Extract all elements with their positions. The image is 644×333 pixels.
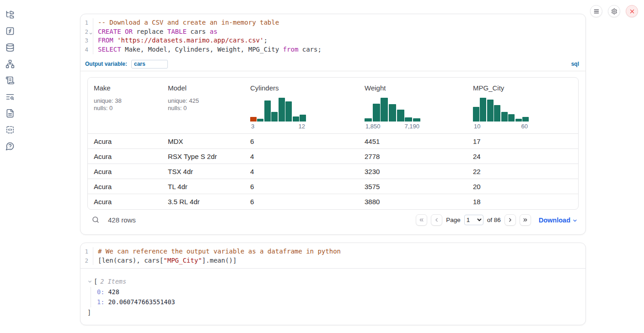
tree-item-value: 428	[104, 288, 119, 296]
column-title: Cylinders	[250, 84, 359, 92]
sidebar	[0, 0, 20, 333]
histogram-bar	[494, 105, 500, 122]
python-cell: 1# We can reference the output variable …	[80, 243, 586, 325]
table-cell: Acura	[88, 149, 162, 164]
histogram-bar	[413, 118, 420, 122]
dependency-graph-icon[interactable]	[5, 59, 15, 69]
code-token: [len(cars), cars[	[98, 257, 163, 264]
documentation-file-icon[interactable]	[5, 108, 15, 118]
notebook: 1-- Download a CSV and create an in-memo…	[80, 0, 586, 325]
shutdown-x-icon[interactable]	[626, 5, 638, 17]
code-token: CREATE OR	[98, 28, 133, 35]
code-text: CREATE OR replace TABLE cars as	[93, 27, 217, 37]
first-page-button[interactable]	[416, 214, 427, 226]
page-select[interactable]: 1	[464, 215, 483, 225]
download-button[interactable]: Download	[539, 217, 578, 224]
code-token: ].mean()]	[202, 257, 237, 264]
code-token: -- Download a CSV and create an in-memor…	[98, 19, 279, 26]
variables-function-icon[interactable]	[5, 26, 15, 36]
histogram-bar	[257, 119, 263, 122]
table-cell: Acura	[88, 134, 162, 149]
python-code-editor[interactable]: 1# We can reference the output variable …	[80, 243, 585, 269]
tree-collapse-chevron-icon[interactable]	[87, 279, 93, 285]
histogram-axis-label: 3	[251, 123, 254, 130]
code-text: # We can reference the output variable a…	[93, 247, 341, 256]
code-line: 2CREATE OR replace TABLE cars as	[80, 27, 585, 37]
search-icon[interactable]	[91, 216, 100, 225]
histogram-bar	[480, 98, 486, 122]
table-cell: TL 4dr	[162, 179, 244, 194]
table-cell: Acura	[88, 194, 162, 209]
code-token: ;	[263, 37, 267, 44]
logs-scroll-icon[interactable]	[5, 75, 15, 85]
column-histogram	[250, 98, 306, 122]
sql-code-editor[interactable]: 1-- Download a CSV and create an in-memo…	[80, 14, 585, 58]
code-text: -- Download a CSV and create an in-memor…	[93, 18, 279, 27]
table-row: AcuraMDX6445117	[88, 134, 578, 149]
tree-items-count: 2 Items	[100, 276, 126, 286]
code-token: TABLE	[167, 28, 187, 35]
code-token: "MPG_City"	[163, 257, 202, 264]
table-cell: 2778	[359, 149, 467, 164]
table-cell: 3.5 RL 4dr	[162, 194, 244, 209]
histogram-axis-labels: 1060	[473, 123, 529, 130]
histogram-bar	[405, 117, 412, 122]
code-token: from	[283, 46, 299, 53]
table-row: AcuraRSX Type S 2dr4277824	[88, 149, 578, 164]
next-page-button[interactable]	[504, 214, 516, 226]
sql-cell: 1-- Download a CSV and create an in-memo…	[80, 14, 586, 235]
histogram-bar	[300, 115, 306, 122]
code-token: # We can reference the output variable a…	[98, 248, 341, 255]
column-header-cylinders[interactable]: Cylinders312	[244, 78, 359, 134]
code-token: 'https://datasets.marimo.app/cars.csv'	[117, 37, 263, 44]
output-tree: [ 2 Items 0: 4281: 20.060747663551403 ]	[80, 269, 585, 325]
code-token	[113, 37, 117, 44]
column-stat: unique: 38	[94, 97, 162, 105]
code-line: 1-- Download a CSV and create an in-memo…	[80, 18, 585, 27]
table-cell: 4	[244, 149, 359, 164]
table-cell: 24	[467, 149, 578, 164]
code-line: 4SELECT Make, Model, Cylinders, Weight, …	[80, 45, 585, 54]
tree-item-key: 1:	[97, 298, 104, 306]
code-token: cars;	[298, 46, 322, 53]
table-cell: RSX Type S 2dr	[162, 149, 244, 164]
snippets-code-icon[interactable]	[5, 125, 15, 135]
column-header-mpg_city[interactable]: MPG_City1060	[467, 78, 578, 134]
help-chat-icon[interactable]	[5, 141, 15, 151]
line-number: 3	[80, 36, 93, 45]
table-cell: 6	[244, 194, 359, 209]
column-stat: nulls: 0	[94, 105, 162, 112]
column-header-weight[interactable]: Weight1,8507,190	[359, 78, 467, 134]
file-explorer-tree-icon[interactable]	[5, 10, 15, 20]
output-variable-input[interactable]	[131, 60, 168, 69]
code-text: FROM 'https://datasets.marimo.app/cars.c…	[93, 36, 268, 45]
column-title: MPG_City	[473, 84, 578, 92]
language-badge: sql	[571, 61, 579, 67]
code-token: FROM	[98, 37, 113, 44]
column-stats: unique: 425nulls: 0	[168, 97, 244, 112]
histogram-bar	[271, 112, 278, 122]
histogram-axis-label: 12	[299, 123, 305, 130]
line-number: 2	[80, 27, 93, 37]
table-cell: Acura	[88, 164, 162, 179]
histogram-bar	[389, 104, 396, 122]
histogram-bar	[293, 116, 299, 122]
table-cell: MDX	[162, 134, 244, 149]
settings-gear-icon[interactable]	[608, 5, 620, 17]
column-header-model[interactable]: Modelunique: 425nulls: 0	[162, 78, 244, 134]
table-cell: 18	[467, 194, 578, 209]
datasources-database-icon[interactable]	[5, 42, 15, 53]
prev-page-button[interactable]	[431, 214, 442, 226]
notebook-actions	[590, 5, 638, 17]
menu-icon[interactable]	[590, 5, 602, 17]
tree-item: 1: 20.060747663551403	[97, 297, 579, 307]
histogram-axis-label: 1,850	[365, 123, 381, 130]
column-header-make[interactable]: Makeunique: 38nulls: 0	[88, 78, 162, 134]
scratchpad-search-icon[interactable]	[5, 92, 15, 102]
line-number: 1	[80, 18, 93, 27]
histogram-axis-labels: 1,8507,190	[365, 123, 420, 130]
tree-close-bracket: ]	[87, 307, 579, 317]
code-token: replace	[133, 28, 167, 35]
last-page-button[interactable]	[520, 214, 531, 226]
pagination: Page 1 of 86	[416, 214, 531, 226]
